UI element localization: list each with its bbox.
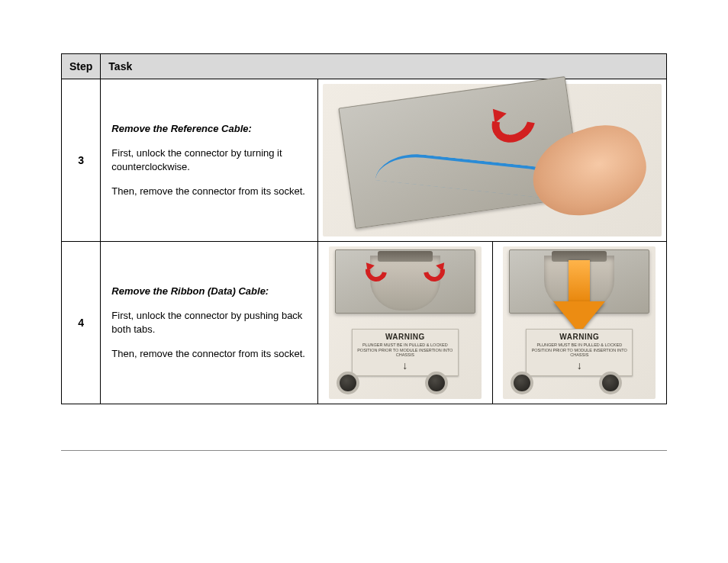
fastener-icon	[599, 372, 622, 394]
task-title: Remove the Reference Cable:	[111, 122, 307, 136]
fastener-icon	[337, 372, 359, 394]
warning-body: PLUNGER MUST BE IN PULLED & LOCKED POSIT…	[356, 343, 455, 358]
footer-divider	[61, 450, 667, 451]
step-number: 4	[62, 242, 101, 404]
warning-label: WARNING PLUNGER MUST BE IN PULLED & LOCK…	[352, 329, 459, 376]
warning-label: WARNING PLUNGER MUST BE IN PULLED & LOCK…	[526, 329, 633, 376]
table-row: 3 Remove the Reference Cable: First, unl…	[62, 79, 667, 242]
step-number: 3	[62, 79, 101, 242]
warning-title: WARNING	[528, 333, 630, 341]
task-text: Remove the Ribbon (Data) Cable: First, u…	[101, 242, 318, 404]
unlock-tab-left-icon	[366, 260, 387, 282]
fastener-icon	[511, 372, 533, 394]
figure-cell	[318, 79, 667, 242]
figure-cell: WARNING PLUNGER MUST BE IN PULLED & LOCK…	[492, 242, 666, 404]
warning-body: PLUNGER MUST BE IN PULLED & LOCKED POSIT…	[530, 343, 629, 358]
task-p1: First, unlock the connector by pushing b…	[111, 309, 307, 336]
table-row: 4 Remove the Ribbon (Data) Cable: First,…	[62, 242, 667, 404]
task-p2: Then, remove the connector from its sock…	[111, 185, 307, 198]
down-arrow-icon: ↓	[528, 360, 630, 371]
ribbon-remove-photo: WARNING PLUNGER MUST BE IN PULLED & LOCK…	[503, 246, 656, 399]
task-text: Remove the Reference Cable: First, unloc…	[101, 79, 318, 242]
task-p1: First, unlock the connector by turning i…	[111, 146, 307, 174]
unlock-tab-right-icon	[424, 260, 445, 282]
procedure-table: Step Task 3 Remove the Reference Cable: …	[61, 53, 667, 404]
rotate-ccw-icon	[491, 103, 536, 141]
fastener-icon	[425, 372, 448, 394]
down-arrow-icon: ↓	[354, 360, 456, 371]
figure-cell: WARNING PLUNGER MUST BE IN PULLED & LOCK…	[318, 242, 492, 404]
reference-cable-photo	[323, 84, 662, 236]
ribbon-unlock-photo: WARNING PLUNGER MUST BE IN PULLED & LOCK…	[329, 246, 482, 399]
header-step: Step	[62, 54, 101, 79]
header-task: Task	[101, 54, 667, 79]
warning-title: WARNING	[354, 333, 456, 341]
task-p2: Then, remove the connector from its sock…	[111, 347, 307, 361]
task-title: Remove the Ribbon (Data) Cable:	[111, 285, 307, 298]
